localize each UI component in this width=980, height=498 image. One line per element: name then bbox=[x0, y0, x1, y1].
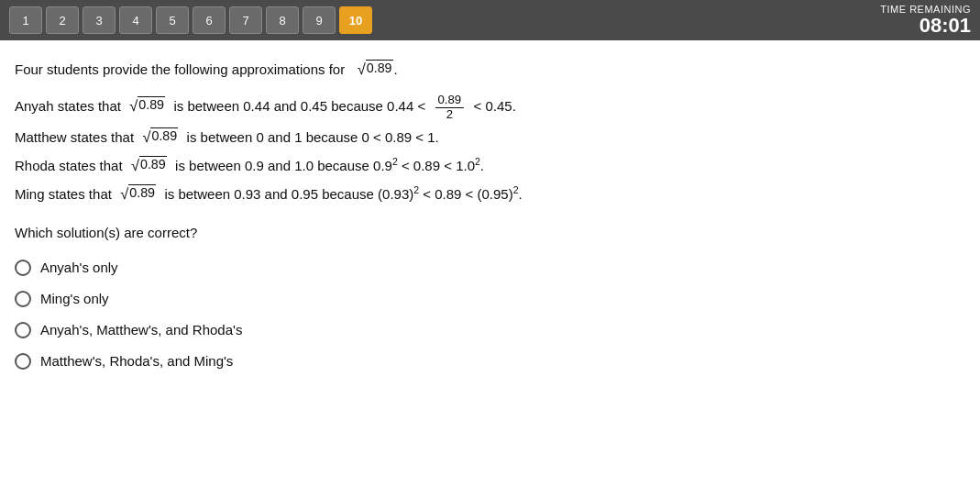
sqrt-089-anyah: √0.89 bbox=[129, 96, 165, 113]
intro-text: Four students provide the following appr… bbox=[15, 61, 345, 77]
option-matthew-rhoda-ming-label: Matthew's, Rhoda's, and Ming's bbox=[40, 350, 233, 372]
intro-line: Four students provide the following appr… bbox=[15, 59, 965, 81]
tab-10[interactable]: 10 bbox=[339, 6, 372, 34]
option-ming-only[interactable]: Ming's only bbox=[15, 288, 965, 310]
anyah-statement: Anyah states that √0.89 is between 0.44 … bbox=[15, 94, 965, 121]
tab-3[interactable]: 3 bbox=[83, 6, 116, 34]
tab-1[interactable]: 1 bbox=[9, 6, 42, 34]
timer-section: TIME REMAINING 08:01 bbox=[880, 4, 971, 37]
timer-value: 08:01 bbox=[880, 15, 971, 37]
tab-8[interactable]: 8 bbox=[266, 6, 299, 34]
sqrt-089-ming: √0.89 bbox=[120, 184, 156, 201]
radio-ming-only[interactable] bbox=[15, 291, 31, 307]
option-anyah-only[interactable]: Anyah's only bbox=[15, 257, 965, 279]
sqrt-089-rhoda: √0.89 bbox=[131, 156, 167, 172]
tab-6[interactable]: 6 bbox=[193, 6, 226, 34]
option-anyah-matthew-rhoda-label: Anyah's, Matthew's, and Rhoda's bbox=[40, 319, 242, 341]
matthew-statement: Matthew states that √0.89 is between 0 a… bbox=[15, 127, 965, 149]
top-navigation-bar: 1 2 3 4 5 6 7 8 9 10 TIME REMAINING 08:0… bbox=[0, 0, 980, 40]
radio-anyah-only[interactable] bbox=[15, 260, 31, 276]
option-anyah-matthew-rhoda[interactable]: Anyah's, Matthew's, and Rhoda's bbox=[15, 319, 965, 341]
ming-statement: Ming states that √0.89 is between 0.93 a… bbox=[15, 183, 965, 205]
question-tabs: 1 2 3 4 5 6 7 8 9 10 bbox=[9, 6, 372, 34]
tab-7[interactable]: 7 bbox=[229, 6, 262, 34]
solutions-question: Which solution(s) are correct? bbox=[15, 222, 965, 244]
tab-2[interactable]: 2 bbox=[46, 6, 79, 34]
rhoda-statement: Rhoda states that √0.89 is between 0.9 a… bbox=[15, 154, 965, 177]
tab-9[interactable]: 9 bbox=[303, 6, 336, 34]
radio-anyah-matthew-rhoda[interactable] bbox=[15, 322, 31, 338]
tab-4[interactable]: 4 bbox=[119, 6, 152, 34]
fraction-anyah: 0.89 2 bbox=[435, 94, 465, 121]
sqrt-089-matthew: √0.89 bbox=[142, 127, 178, 144]
option-anyah-only-label: Anyah's only bbox=[40, 257, 118, 279]
sqrt-089-intro: √0.89 bbox=[358, 60, 393, 76]
radio-options-list: Anyah's only Ming's only Anyah's, Matthe… bbox=[15, 257, 965, 372]
option-ming-only-label: Ming's only bbox=[40, 288, 109, 310]
radio-matthew-rhoda-ming[interactable] bbox=[15, 353, 31, 370]
option-matthew-rhoda-ming[interactable]: Matthew's, Rhoda's, and Ming's bbox=[15, 350, 965, 372]
tab-5[interactable]: 5 bbox=[156, 6, 189, 34]
main-content: Four students provide the following appr… bbox=[0, 40, 980, 400]
